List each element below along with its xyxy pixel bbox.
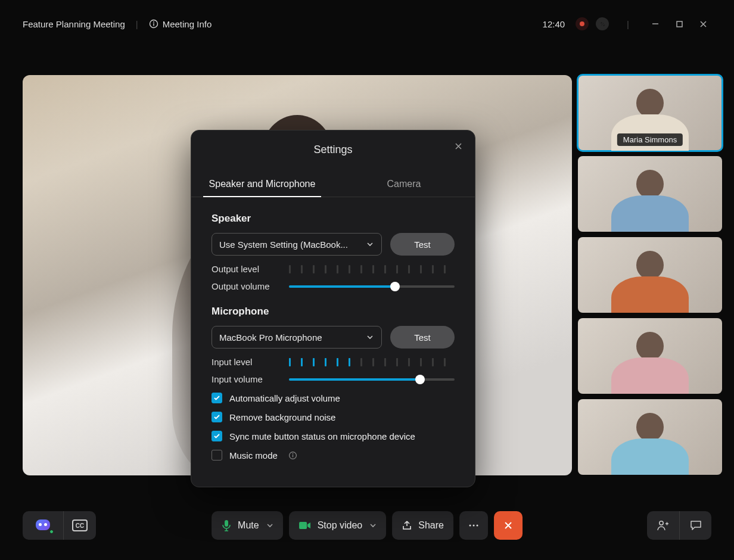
speaker-section-label: Speaker (212, 213, 455, 225)
microphone-icon (221, 519, 232, 531)
speaker-device-select[interactable]: Use System Setting (MacBook... (212, 233, 382, 256)
cc-icon: CC (72, 519, 88, 531)
output-volume-slider[interactable] (289, 285, 455, 288)
chevron-down-icon (369, 522, 377, 529)
modal-title: Settings (191, 144, 475, 156)
chat-button[interactable] (679, 511, 711, 540)
settings-modal: Settings Speaker and Microphone Camera S… (191, 130, 475, 487)
participants-button[interactable] (647, 511, 679, 540)
microphone-device-select[interactable]: MacBook Pro Microphone (212, 326, 382, 349)
bottom-toolbar: CC Mute Stop video Share (0, 511, 734, 540)
participant-strip: Maria Simmons (578, 75, 722, 475)
svg-point-12 (660, 521, 663, 525)
header-bar: Feature Planning Meeting | Meeting Info … (0, 0, 734, 48)
leave-call-button[interactable] (494, 511, 522, 540)
svg-point-5 (293, 453, 294, 454)
output-volume-label: Output volume (212, 281, 289, 291)
chevron-down-icon (266, 522, 273, 529)
participant-thumb[interactable] (578, 318, 722, 394)
sync-mute-label: Sync mute button status on microphone de… (229, 431, 415, 441)
mute-button[interactable]: Mute (212, 511, 283, 540)
more-icon (468, 524, 479, 527)
minimize-button[interactable] (647, 15, 664, 32)
share-label: Share (418, 520, 444, 531)
svg-point-1 (153, 21, 154, 23)
minimize-icon (651, 20, 660, 28)
music-mode-checkbox[interactable] (212, 450, 222, 461)
remove-noise-checkbox[interactable] (212, 412, 222, 422)
ai-assistant-button[interactable] (23, 511, 63, 540)
speaker-device-value: Use System Setting (MacBook... (219, 239, 348, 250)
svg-point-11 (476, 525, 478, 527)
maximize-button[interactable] (671, 15, 688, 32)
svg-rect-3 (677, 21, 682, 27)
modal-tabs: Speaker and Microphone Camera (191, 172, 475, 197)
music-mode-label: Music mode (229, 450, 278, 461)
participant-thumb[interactable] (578, 156, 722, 232)
close-icon (699, 20, 707, 28)
auto-adjust-volume-label: Automatically adjust volume (229, 393, 340, 403)
modal-close-button[interactable] (452, 140, 464, 152)
stop-video-button[interactable]: Stop video (289, 511, 387, 540)
camera-icon (298, 521, 312, 530)
info-icon[interactable] (288, 451, 297, 460)
microphone-section-label: Microphone (212, 306, 455, 318)
participant-thumb[interactable] (578, 237, 722, 313)
svg-rect-6 (293, 455, 293, 457)
mute-label: Mute (238, 520, 259, 531)
input-volume-slider[interactable] (289, 378, 455, 381)
meeting-info-button[interactable]: Meeting Info (149, 19, 212, 29)
svg-rect-7 (225, 520, 228, 527)
link-indicator[interactable] (596, 17, 609, 30)
microphone-device-value: MacBook Pro Microphone (219, 332, 322, 343)
svg-rect-2 (153, 23, 154, 26)
svg-point-10 (472, 525, 474, 527)
tab-speaker-microphone[interactable]: Speaker and Microphone (191, 172, 333, 197)
tab-camera[interactable]: Camera (333, 172, 475, 197)
input-volume-label: Input volume (212, 374, 289, 384)
meeting-title: Feature Planning Meeting (23, 19, 125, 29)
input-level-meter (289, 358, 455, 366)
captions-button[interactable]: CC (63, 511, 96, 540)
chevron-down-icon (366, 333, 374, 341)
speaker-test-button[interactable]: Test (390, 233, 455, 256)
output-level-label: Output level (212, 264, 289, 274)
share-button[interactable]: Share (392, 511, 453, 540)
participant-name-label: Maria Simmons (617, 133, 683, 146)
output-level-meter (289, 265, 455, 273)
close-icon (503, 521, 513, 530)
remove-noise-label: Remove background noise (229, 412, 335, 422)
maximize-icon (676, 20, 683, 28)
sync-mute-checkbox[interactable] (212, 431, 222, 441)
chevron-down-icon (366, 240, 374, 248)
separator: | (627, 19, 629, 29)
bot-icon (31, 516, 55, 535)
participant-thumb[interactable]: Maria Simmons (578, 75, 722, 151)
meeting-info-label: Meeting Info (163, 19, 212, 29)
stop-video-label: Stop video (318, 520, 363, 531)
microphone-test-button[interactable]: Test (390, 326, 455, 349)
svg-rect-8 (299, 522, 307, 529)
participant-thumb[interactable] (578, 399, 722, 475)
input-level-label: Input level (212, 357, 289, 367)
share-icon (402, 520, 412, 531)
recording-indicator[interactable] (576, 17, 589, 30)
close-window-button[interactable] (695, 15, 711, 32)
svg-point-9 (469, 525, 471, 527)
auto-adjust-volume-checkbox[interactable] (212, 393, 222, 403)
clock: 12:40 (543, 19, 565, 29)
chat-icon (690, 520, 702, 531)
separator: | (136, 19, 138, 29)
close-icon (455, 142, 462, 150)
info-icon (149, 19, 158, 29)
people-icon (657, 520, 670, 531)
more-options-button[interactable] (459, 511, 488, 540)
